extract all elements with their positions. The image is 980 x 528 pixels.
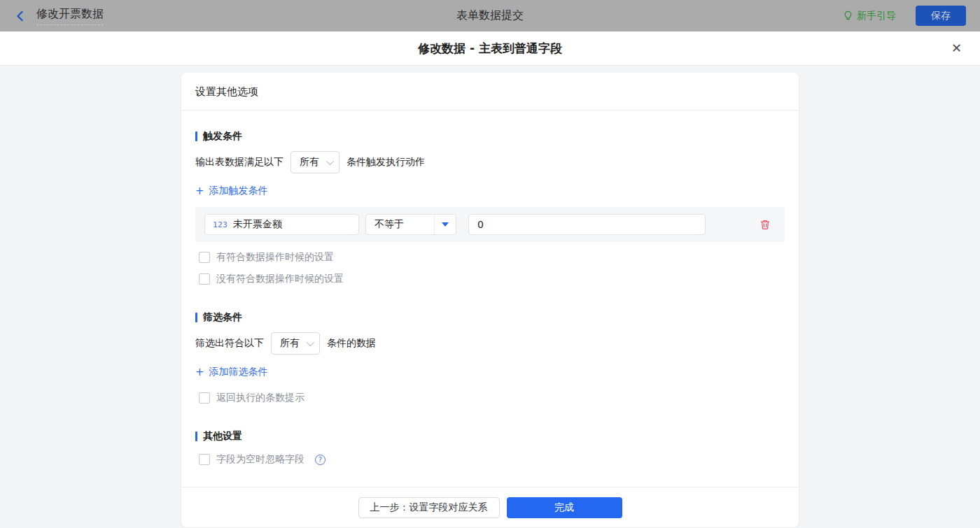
toolbar-left-group: 修改开票数据 [14, 7, 104, 25]
filter-match-sentence: 筛选出符合以下 所有 条件的数据 [195, 332, 785, 355]
number-field-icon: 123 [213, 220, 227, 229]
checkbox-ignore-empty[interactable] [199, 454, 210, 465]
done-button[interactable]: 完成 [507, 497, 622, 518]
add-trigger-condition-link[interactable]: + 添加触发条件 [195, 185, 268, 197]
section-trigger-title: 触发条件 [203, 130, 242, 143]
checkbox-has-match[interactable] [199, 252, 210, 263]
delete-condition-icon[interactable] [760, 219, 771, 230]
checkbox-row-has-match[interactable]: 有符合数据操作时候的设置 [199, 251, 785, 264]
beginner-guide-link[interactable]: 新手引导 [843, 10, 896, 22]
node-title: 表单数据提交 [456, 0, 524, 31]
section-other-settings: 其他设置 [195, 430, 785, 443]
checkbox-no-match[interactable] [199, 273, 210, 285]
section-other-title: 其他设置 [203, 430, 242, 443]
section-filter-title: 筛选条件 [203, 311, 242, 324]
trigger-condition-row: 123 未开票金额 不等于 0 [195, 207, 785, 242]
operator-caret-box[interactable] [434, 215, 456, 234]
help-icon[interactable]: ? [315, 455, 326, 465]
condition-operator-value: 不等于 [366, 218, 434, 231]
toolbar-right-group: 新手引导 保存 [843, 6, 966, 26]
add-filter-condition-link[interactable]: + 添加筛选条件 [195, 366, 268, 378]
checkbox-no-match-label: 没有符合数据操作时候的设置 [216, 273, 344, 285]
checkbox-has-match-label: 有符合数据操作时候的设置 [216, 251, 334, 264]
previous-step-button[interactable]: 上一步：设置字段对应关系 [358, 497, 500, 518]
condition-field-name: 未开票金额 [233, 218, 282, 231]
add-trigger-condition-label: 添加触发条件 [209, 185, 268, 197]
filter-match-mode-select[interactable]: 所有 [271, 332, 320, 355]
filter-sentence-prefix: 筛选出符合以下 [195, 337, 264, 350]
condition-value-input[interactable]: 0 [468, 214, 706, 235]
checkbox-count-tip[interactable] [199, 392, 210, 404]
plus-icon: + [195, 367, 204, 378]
trigger-sentence-suffix: 条件触发执行动作 [346, 156, 425, 169]
top-toolbar: 修改开票数据 表单数据提交 新手引导 保存 [0, 0, 980, 31]
trigger-match-sentence: 输出表数据满足以下 所有 条件触发执行动作 [195, 151, 785, 173]
back-icon[interactable] [14, 10, 27, 22]
checkbox-ignore-empty-label: 字段为空时忽略字段 [216, 453, 304, 466]
section-accent-bar [195, 431, 197, 441]
trigger-match-mode-value: 所有 [300, 156, 319, 169]
trigger-sentence-prefix: 输出表数据满足以下 [195, 156, 284, 169]
save-button[interactable]: 保存 [916, 6, 966, 26]
card-body: 触发条件 输出表数据满足以下 所有 条件触发执行动作 + 添加触发条件 123 [181, 110, 799, 487]
card-footer: 上一步：设置字段对应关系 完成 [181, 487, 799, 527]
chevron-down-icon [326, 157, 334, 165]
section-filter-conditions: 筛选条件 [195, 311, 785, 324]
filter-sentence-suffix: 条件的数据 [327, 337, 376, 350]
plus-icon: + [195, 186, 204, 197]
condition-field-select[interactable]: 123 未开票金额 [204, 214, 359, 235]
flow-name-editable[interactable]: 修改开票数据 [36, 7, 104, 25]
add-filter-condition-label: 添加筛选条件 [209, 366, 268, 378]
checkbox-row-no-match[interactable]: 没有符合数据操作时候的设置 [199, 273, 785, 285]
chevron-down-icon [307, 338, 314, 346]
caret-down-icon [442, 222, 449, 227]
checkbox-count-tip-label: 返回执行的条数提示 [216, 392, 304, 404]
filter-match-mode-value: 所有 [280, 337, 300, 350]
modal-title: 修改数据 - 主表到普通字段 [418, 41, 562, 57]
trigger-match-mode-select[interactable]: 所有 [290, 151, 340, 173]
condition-operator-select[interactable]: 不等于 [365, 214, 456, 235]
close-icon[interactable]: ✕ [951, 42, 962, 55]
lightbulb-icon [843, 10, 853, 21]
section-trigger-conditions: 触发条件 [195, 130, 785, 143]
modal-header: 修改数据 - 主表到普通字段 ✕ [0, 31, 980, 66]
section-accent-bar [195, 313, 197, 322]
modal-body: 设置其他选项 触发条件 输出表数据满足以下 所有 条件触发执行动作 + 添加触发… [0, 66, 980, 527]
beginner-guide-label: 新手引导 [857, 10, 896, 22]
card-header-title: 设置其他选项 [181, 73, 799, 110]
checkbox-row-ignore-empty[interactable]: 字段为空时忽略字段 ? [199, 453, 785, 466]
options-card: 设置其他选项 触发条件 输出表数据满足以下 所有 条件触发执行动作 + 添加触发… [181, 73, 799, 527]
checkbox-row-count-tip[interactable]: 返回执行的条数提示 [199, 392, 785, 404]
section-accent-bar [195, 131, 197, 141]
